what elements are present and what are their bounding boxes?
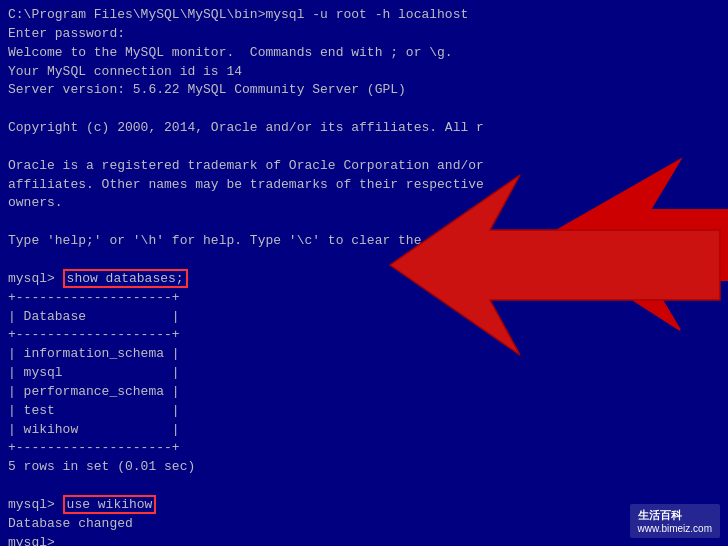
line-28: Database changed	[8, 515, 720, 534]
line-7: Copyright (c) 2000, 2014, Oracle and/or …	[8, 119, 720, 138]
line-9: Oracle is a registered trademark of Orac…	[8, 157, 720, 176]
watermark: 生活百科 www.bimeiz.com	[630, 504, 720, 538]
command-highlight-2: use wikihow	[63, 495, 157, 514]
line-21: | performance_schema |	[8, 383, 720, 402]
command-highlight-1: show databases;	[63, 269, 188, 288]
line-12	[8, 213, 720, 232]
line-11: owners.	[8, 194, 720, 213]
line-5: Server version: 5.6.22 MySQL Community S…	[8, 81, 720, 100]
line-17: | Database |	[8, 308, 720, 327]
line-23: | wikihow |	[8, 421, 720, 440]
line-29: mysql>	[8, 534, 720, 546]
line-14	[8, 251, 720, 270]
line-2: Enter password:	[8, 25, 720, 44]
line-25: 5 rows in set (0.01 sec)	[8, 458, 720, 477]
line-6	[8, 100, 720, 119]
terminal-content: C:\Program Files\MySQL\MySQL\bin>mysql -…	[8, 6, 720, 546]
terminal-window: C:\Program Files\MySQL\MySQL\bin>mysql -…	[0, 0, 728, 546]
line-24: +--------------------+	[8, 439, 720, 458]
line-18: +--------------------+	[8, 326, 720, 345]
line-26	[8, 477, 720, 496]
line-10: affiliates. Other names may be trademark…	[8, 176, 720, 195]
line-20: | mysql |	[8, 364, 720, 383]
watermark-brand: 生活百科	[638, 508, 712, 523]
line-15-prompt: mysql> show databases;	[8, 270, 720, 289]
line-1: C:\Program Files\MySQL\MySQL\bin>mysql -…	[8, 6, 720, 25]
line-4: Your MySQL connection id is 14	[8, 63, 720, 82]
line-27-prompt: mysql> use wikihow	[8, 496, 720, 515]
watermark-url: www.bimeiz.com	[638, 523, 712, 534]
line-22: | test |	[8, 402, 720, 421]
line-19: | information_schema |	[8, 345, 720, 364]
line-13: Type 'help;' or '\h' for help. Type '\c'…	[8, 232, 720, 251]
line-8	[8, 138, 720, 157]
line-16: +--------------------+	[8, 289, 720, 308]
line-3: Welcome to the MySQL monitor. Commands e…	[8, 44, 720, 63]
